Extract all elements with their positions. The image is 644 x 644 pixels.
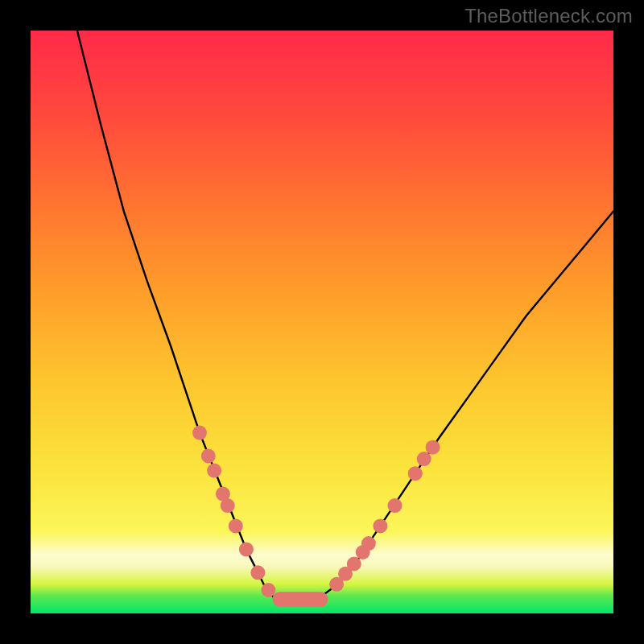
bottleneck-curve [77, 31, 613, 602]
highlight-dot [347, 557, 361, 572]
highlight-dot [207, 464, 221, 478]
watermark-text: TheBottleneck.com [464, 5, 633, 27]
highlight-dot [221, 498, 235, 513]
highlight-dot [417, 452, 431, 466]
optimal-range-bar [273, 592, 328, 607]
highlight-dots [192, 426, 440, 597]
highlight-dot [261, 583, 275, 597]
highlight-dot [373, 518, 387, 533]
highlight-dot [239, 542, 254, 556]
chart-frame: TheBottleneck.com [0, 0, 644, 644]
highlight-dot [192, 426, 207, 440]
plot-area [31, 31, 613, 613]
highlight-dot [426, 440, 440, 455]
chart-svg [31, 31, 613, 613]
highlight-dot [408, 466, 423, 481]
highlight-dot [201, 449, 216, 464]
highlight-dot [229, 518, 243, 533]
highlight-dot [361, 536, 376, 551]
highlight-dot [250, 565, 265, 580]
highlight-dot [388, 498, 402, 513]
